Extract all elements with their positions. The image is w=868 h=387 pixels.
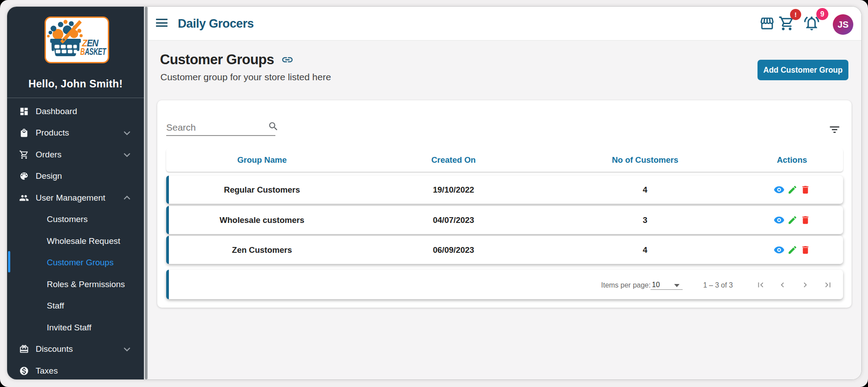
svg-text:BASKET: BASKET <box>80 46 106 57</box>
